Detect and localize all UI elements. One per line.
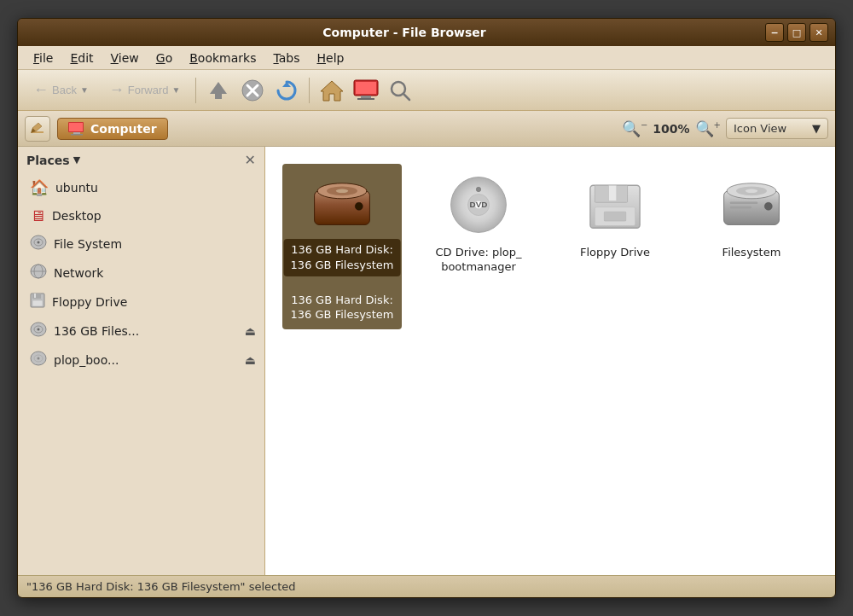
toolbar-separator-1 bbox=[195, 78, 196, 103]
desktop-icon: 🖥 bbox=[30, 206, 45, 224]
eject-plop-button[interactable]: ⏏ bbox=[245, 353, 256, 367]
back-arrow-icon: ← bbox=[33, 81, 49, 99]
ubuntu-icon: 🏠 bbox=[30, 178, 49, 196]
forward-button[interactable]: → Forward ▼ bbox=[101, 78, 189, 102]
hdd-gray-icon bbox=[717, 171, 786, 239]
file-label-filesystem: Filesystem bbox=[722, 246, 781, 260]
sidebar-item-filesystem[interactable]: File System bbox=[18, 230, 264, 259]
sidebar-label-136gb: 136 GB Files... bbox=[54, 324, 139, 338]
back-button[interactable]: ← Back ▼ bbox=[25, 78, 97, 102]
sidebar-item-136gb[interactable]: 136 GB Files... ⏏ bbox=[18, 317, 264, 346]
view-mode-dropdown-icon: ▼ bbox=[812, 122, 821, 135]
computer-small-icon bbox=[68, 122, 85, 136]
toolbar: ← Back ▼ → Forward ▼ bbox=[18, 70, 835, 111]
file-label-hdd136: 136 GB Hard Disk:136 GB Filesystem bbox=[291, 293, 394, 323]
svg-rect-27 bbox=[32, 300, 43, 306]
sidebar-label-network: Network bbox=[54, 266, 103, 280]
menu-tabs[interactable]: Tabs bbox=[264, 49, 308, 67]
svg-point-38 bbox=[355, 202, 363, 210]
stop-button[interactable] bbox=[237, 75, 268, 106]
sidebar-title: Places bbox=[26, 154, 70, 167]
svg-rect-26 bbox=[34, 293, 36, 298]
floppy-large-icon bbox=[581, 171, 649, 239]
reload-icon bbox=[275, 78, 299, 102]
floppy-small-icon bbox=[30, 293, 45, 311]
close-button[interactable]: ✕ bbox=[809, 23, 828, 42]
computer-button[interactable] bbox=[351, 75, 381, 106]
svg-point-20 bbox=[38, 241, 40, 244]
menu-view[interactable]: View bbox=[102, 49, 148, 67]
file-tooltip-hdd136: 136 GB Hard Disk:136 GB Filesystem bbox=[284, 239, 401, 276]
menu-go[interactable]: Go bbox=[148, 49, 181, 67]
forward-label: Forward bbox=[128, 84, 169, 96]
eject-136gb-button[interactable]: ⏏ bbox=[245, 324, 256, 338]
svg-marker-0 bbox=[210, 82, 227, 94]
sidebar-label-ubuntu: ubuntu bbox=[55, 181, 98, 195]
menu-file[interactable]: File bbox=[25, 49, 61, 67]
zoom-in-button[interactable]: 🔍+ bbox=[695, 119, 721, 137]
menu-bookmarks[interactable]: Bookmarks bbox=[181, 49, 264, 67]
forward-dropdown-icon: ▼ bbox=[172, 85, 181, 95]
menu-edit[interactable]: Edit bbox=[61, 49, 102, 67]
hdd-brown-icon bbox=[308, 171, 376, 239]
maximize-button[interactable]: □ bbox=[787, 23, 806, 42]
view-mode-select[interactable]: Icon View ▼ bbox=[726, 118, 828, 139]
file-item-filesystem[interactable]: Filesystem bbox=[692, 164, 811, 329]
sidebar-label-filesystem: File System bbox=[54, 237, 122, 251]
up-button[interactable] bbox=[203, 75, 234, 106]
sidebar-scroll[interactable]: 🏠 ubuntu 🖥 Desktop File Syste bbox=[18, 173, 264, 575]
menu-help[interactable]: Help bbox=[308, 49, 352, 67]
svg-point-30 bbox=[38, 328, 40, 331]
dvd-icon: DVD bbox=[444, 171, 513, 239]
path-button[interactable]: Computer bbox=[57, 118, 168, 140]
minimize-button[interactable]: − bbox=[765, 23, 784, 42]
locationbar: Computer 🔍− 100% 🔍+ Icon View ▼ bbox=[18, 111, 835, 147]
svg-point-37 bbox=[336, 189, 348, 194]
svg-point-33 bbox=[38, 357, 40, 360]
sidebar-dropdown-icon: ▼ bbox=[73, 154, 80, 166]
sidebar-label-floppy: Floppy Drive bbox=[52, 295, 127, 309]
file-item-hdd136[interactable]: 136 GB Hard Disk:136 GB Filesystem 136 G… bbox=[282, 164, 402, 329]
svg-rect-16 bbox=[73, 132, 80, 134]
svg-point-53 bbox=[764, 202, 772, 210]
svg-rect-9 bbox=[361, 96, 371, 98]
zoom-area: 🔍− 100% 🔍+ Icon View ▼ bbox=[622, 118, 828, 139]
statusbar: "136 GB Hard Disk: 136 GB Filesystem" se… bbox=[18, 575, 835, 597]
window-title: Computer - File Browser bbox=[44, 26, 765, 39]
svg-rect-10 bbox=[357, 98, 374, 100]
search-button[interactable] bbox=[385, 75, 415, 106]
file-item-floppy[interactable]: Floppy Drive bbox=[555, 164, 675, 329]
svg-rect-46 bbox=[609, 185, 617, 200]
home-button[interactable] bbox=[316, 75, 347, 106]
svg-rect-17 bbox=[71, 134, 83, 136]
zoom-level: 100% bbox=[653, 122, 689, 136]
network-icon bbox=[30, 264, 47, 282]
edit-icon bbox=[30, 121, 45, 137]
home-icon bbox=[319, 78, 345, 102]
window-controls: − □ ✕ bbox=[765, 23, 828, 42]
zoom-out-button[interactable]: 🔍− bbox=[622, 119, 647, 137]
svg-point-43 bbox=[476, 187, 480, 191]
file-item-cddrive[interactable]: DVD CD Drive: plop_bootmanager bbox=[419, 164, 538, 329]
reload-button[interactable] bbox=[271, 75, 302, 106]
main-window: Computer - File Browser − □ ✕ File Edit … bbox=[17, 18, 836, 598]
sidebar-item-plop[interactable]: plop_boo... ⏏ bbox=[18, 346, 264, 375]
svg-rect-48 bbox=[604, 212, 625, 221]
sidebar-label-plop: plop_boo... bbox=[54, 353, 119, 367]
sidebar-item-desktop[interactable]: 🖥 Desktop bbox=[18, 201, 264, 230]
edit-location-button[interactable] bbox=[25, 116, 50, 142]
sidebar-item-network[interactable]: Network bbox=[18, 259, 264, 288]
sidebar-item-ubuntu[interactable]: 🏠 ubuntu bbox=[18, 173, 264, 201]
svg-point-52 bbox=[746, 189, 757, 194]
filesystem-icon bbox=[30, 235, 47, 253]
menubar: File Edit View Go Bookmarks Tabs Help bbox=[18, 46, 835, 70]
disk136-icon bbox=[30, 322, 47, 340]
sidebar-close-button[interactable]: ✕ bbox=[245, 152, 256, 168]
svg-line-12 bbox=[403, 94, 409, 100]
sidebar: Places ▼ ✕ 🏠 ubuntu 🖥 Desktop bbox=[18, 147, 265, 575]
titlebar: Computer - File Browser − □ ✕ bbox=[18, 19, 835, 46]
svg-rect-1 bbox=[215, 94, 222, 99]
sidebar-label-desktop: Desktop bbox=[52, 209, 102, 223]
sidebar-item-floppy[interactable]: Floppy Drive bbox=[18, 288, 264, 317]
content-area: 136 GB Hard Disk:136 GB Filesystem 136 G… bbox=[265, 147, 835, 575]
